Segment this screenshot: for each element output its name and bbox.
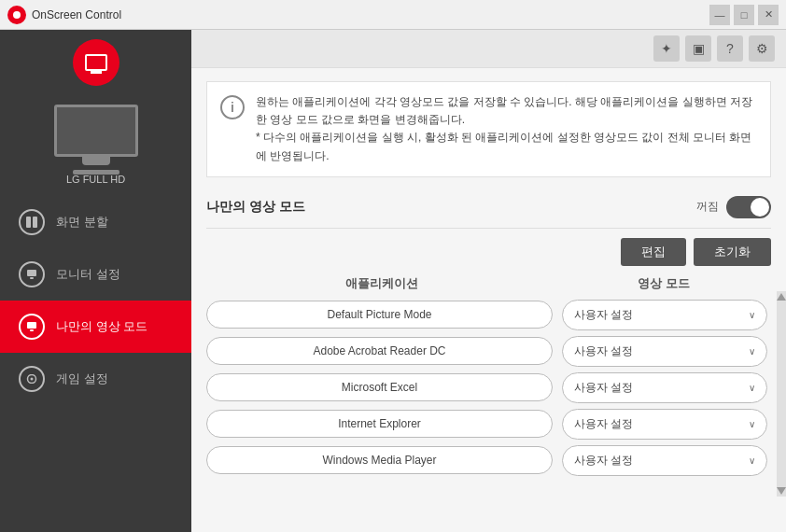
mode-select-text: 사용자 설정	[574, 380, 633, 396]
app-rows: Default Picture Mode사용자 설정∨Adobe Acrobat…	[206, 300, 771, 476]
minimize-button[interactable]: —	[709, 5, 730, 25]
sidebar-top-icon	[73, 39, 119, 86]
app-logo	[7, 6, 26, 24]
monitor-screen	[54, 105, 138, 157]
main-layout: LG FULL HD 화면 분할 모	[0, 30, 786, 532]
info-line2: * 다수의 애플리케이션을 실행 시, 활성화 된 애플리케이션에 설정한 영상…	[256, 129, 757, 164]
sidebar-item-game-settings[interactable]: 게임 설정	[0, 353, 191, 405]
info-text: 원하는 애플리케이션에 각각 영상모드 값을 저장할 수 있습니다. 해당 애플…	[256, 93, 757, 165]
mode-select-text: 사용자 설정	[574, 307, 633, 323]
maximize-button[interactable]: □	[734, 5, 754, 25]
titlebar-title: OnScreen Control	[32, 8, 121, 21]
chevron-down-icon: ∨	[749, 383, 755, 393]
mode-select-text: 사용자 설정	[574, 416, 633, 432]
mode-select-text: 사용자 설정	[574, 343, 633, 359]
chevron-down-icon: ∨	[749, 419, 755, 429]
my-picture-mode-icon	[19, 314, 45, 340]
svg-point-6	[31, 324, 34, 327]
mode-select-dropdown[interactable]: 사용자 설정∨	[562, 336, 767, 367]
sidebar-label-monitor-settings: 모니터 설정	[56, 266, 120, 283]
monitor-icon: ▣	[693, 41, 705, 56]
svg-rect-0	[26, 217, 31, 228]
mode-header: 나만의 영상 모드 꺼짐	[206, 185, 771, 229]
sidebar-nav: 화면 분할 모니터 설정	[0, 196, 191, 405]
info-line1: 원하는 애플리케이션에 각각 영상모드 값을 저장할 수 있습니다. 해당 애플…	[256, 93, 757, 129]
close-button[interactable]: ✕	[758, 5, 779, 25]
action-buttons: 편집 초기화	[206, 238, 771, 266]
table-row: Adobe Acrobat Reader DC사용자 설정∨	[206, 336, 767, 367]
mode-select-dropdown[interactable]: 사용자 설정∨	[562, 409, 767, 440]
sidebar-item-my-picture-mode[interactable]: 나만의 영상 모드	[0, 301, 191, 353]
svg-rect-5	[30, 329, 34, 331]
toggle-thumb	[751, 198, 769, 217]
scrollbar-track[interactable]	[777, 291, 786, 497]
app-name-cell: Default Picture Mode	[206, 301, 553, 329]
section-content: 나만의 영상 모드 꺼짐 편집 초기화 애플리케이션 영상 모드	[191, 185, 786, 532]
sidebar-item-screen-split[interactable]: 화면 분할	[0, 196, 191, 248]
mode-select-dropdown[interactable]: 사용자 설정∨	[562, 445, 767, 476]
table-row: Default Picture Mode사용자 설정∨	[206, 300, 767, 330]
settings-button[interactable]: ⚙	[749, 35, 775, 62]
scroll-down-arrow[interactable]	[777, 487, 786, 495]
titlebar-left: OnScreen Control	[7, 6, 121, 24]
sidebar-label-my-picture-mode: 나만의 영상 모드	[56, 318, 147, 335]
toggle-label: 꺼짐	[696, 199, 719, 215]
sidebar-item-monitor-settings[interactable]: 모니터 설정	[0, 248, 191, 301]
svg-rect-1	[33, 217, 37, 228]
table-row: Internet Explorer사용자 설정∨	[206, 409, 767, 440]
info-icon: i	[220, 95, 245, 119]
help-icon: ?	[726, 41, 734, 56]
monitor-mini-icon	[85, 54, 107, 71]
monitor-settings-icon	[19, 261, 45, 287]
titlebar: OnScreen Control — □ ✕	[0, 0, 786, 30]
sidebar-label-screen-split: 화면 분할	[56, 214, 108, 231]
screen-split-icon	[19, 209, 45, 235]
app-name-cell: Internet Explorer	[206, 410, 553, 438]
mode-select-text: 사용자 설정	[574, 453, 633, 469]
mode-select-dropdown[interactable]: 사용자 설정∨	[562, 300, 767, 330]
table-row: Windows Media Player사용자 설정∨	[206, 445, 767, 476]
svg-point-8	[31, 378, 34, 381]
reset-button[interactable]: 초기화	[694, 238, 771, 266]
svg-rect-3	[30, 277, 34, 279]
toggle-switch[interactable]: 꺼짐	[696, 196, 771, 218]
app-name-cell: Windows Media Player	[206, 446, 553, 474]
help-button[interactable]: ?	[717, 35, 743, 62]
svg-rect-2	[27, 270, 36, 276]
toggle-track[interactable]	[726, 196, 771, 218]
col-header-app: 애플리케이션	[206, 275, 556, 292]
chevron-down-icon: ∨	[749, 346, 755, 357]
edit-button[interactable]: 편집	[621, 238, 686, 266]
cursor-icon: ✦	[661, 41, 672, 56]
chevron-down-icon: ∨	[749, 455, 755, 466]
col-header-mode: 영상 모드	[556, 275, 771, 292]
gear-icon: ⚙	[756, 41, 768, 56]
monitor-button[interactable]: ▣	[685, 35, 711, 62]
monitor-base	[73, 170, 119, 175]
cursor-button[interactable]: ✦	[653, 35, 680, 62]
mode-select-dropdown[interactable]: 사용자 설정∨	[562, 372, 767, 403]
info-box: i 원하는 애플리케이션에 각각 영상모드 값을 저장할 수 있습니다. 해당 …	[206, 81, 771, 177]
content-area: ✦ ▣ ? ⚙ i 원하는 애플리케이션에 각각 영상모드 값을 저장할 수 있…	[191, 30, 786, 532]
content-toolbar: ✦ ▣ ? ⚙	[191, 30, 786, 68]
app-name-cell: Adobe Acrobat Reader DC	[206, 337, 553, 365]
monitor-label: LG FULL HD	[66, 174, 125, 185]
app-name-cell: Microsoft Excel	[206, 373, 553, 401]
sidebar-label-game-settings: 게임 설정	[56, 371, 108, 387]
game-settings-icon	[19, 366, 45, 392]
table-row: Microsoft Excel사용자 설정∨	[206, 372, 767, 403]
scroll-up-arrow[interactable]	[777, 293, 786, 301]
sidebar: LG FULL HD 화면 분할 모	[0, 30, 191, 532]
monitor-display	[49, 105, 143, 170]
mode-title: 나만의 영상 모드	[206, 199, 305, 216]
chevron-down-icon: ∨	[749, 310, 755, 320]
app-table-header: 애플리케이션 영상 모드	[206, 275, 771, 292]
window-controls: — □ ✕	[709, 5, 779, 25]
